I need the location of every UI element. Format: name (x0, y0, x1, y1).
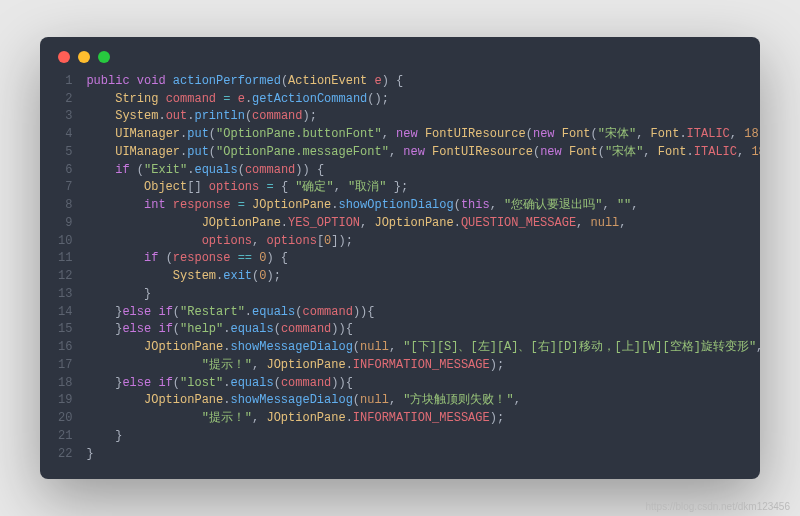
close-icon[interactable] (58, 51, 70, 63)
line-number: 16 (58, 339, 72, 357)
line-number: 9 (58, 215, 72, 233)
code-line: }else if("lost".equals(command)){ (86, 375, 760, 393)
code-line: if (response == 0) { (86, 250, 760, 268)
line-number: 10 (58, 233, 72, 251)
code-line: JOptionPane.showMessageDialog(null, "[下]… (86, 339, 760, 357)
line-number: 19 (58, 392, 72, 410)
code-line: "提示！", JOptionPane.INFORMATION_MESSAGE); (86, 357, 760, 375)
watermark-text: https://blog.csdn.net/dkm123456 (645, 501, 790, 512)
line-number: 1 (58, 73, 72, 91)
code-line: }else if("help".equals(command)){ (86, 321, 760, 339)
code-line: JOptionPane.showMessageDialog(null, "方块触… (86, 392, 760, 410)
line-number: 15 (58, 321, 72, 339)
line-number: 5 (58, 144, 72, 162)
code-line: Object[] options = { "确定", "取消" }; (86, 179, 760, 197)
code-line: }else if("Restart".equals(command)){ (86, 304, 760, 322)
titlebar (58, 51, 742, 63)
code-line: public void actionPerformed(ActionEvent … (86, 73, 760, 91)
line-number: 3 (58, 108, 72, 126)
code-line: options, options[0]); (86, 233, 760, 251)
code-line: JOptionPane.YES_OPTION, JOptionPane.QUES… (86, 215, 760, 233)
line-number: 8 (58, 197, 72, 215)
code-line: int response = JOptionPane.showOptionDia… (86, 197, 760, 215)
code-line: } (86, 428, 760, 446)
line-number: 6 (58, 162, 72, 180)
line-number-gutter: 12345678910111213141516171819202122 (58, 73, 86, 464)
line-number: 11 (58, 250, 72, 268)
line-number: 21 (58, 428, 72, 446)
code-line: System.exit(0); (86, 268, 760, 286)
zoom-icon[interactable] (98, 51, 110, 63)
code-content: public void actionPerformed(ActionEvent … (86, 73, 760, 464)
code-line: } (86, 446, 760, 464)
line-number: 14 (58, 304, 72, 322)
code-line: UIManager.put("OptionPane.messageFont", … (86, 144, 760, 162)
line-number: 20 (58, 410, 72, 428)
line-number: 13 (58, 286, 72, 304)
line-number: 4 (58, 126, 72, 144)
code-line: } (86, 286, 760, 304)
line-number: 22 (58, 446, 72, 464)
line-number: 17 (58, 357, 72, 375)
code-line: if ("Exit".equals(command)) { (86, 162, 760, 180)
code-area: 12345678910111213141516171819202122 publ… (58, 73, 742, 464)
line-number: 2 (58, 91, 72, 109)
code-line: "提示！", JOptionPane.INFORMATION_MESSAGE); (86, 410, 760, 428)
code-line: UIManager.put("OptionPane.buttonFont", n… (86, 126, 760, 144)
line-number: 12 (58, 268, 72, 286)
code-window: 12345678910111213141516171819202122 publ… (40, 37, 760, 480)
code-line: String command = e.getActionCommand(); (86, 91, 760, 109)
code-line: System.out.println(command); (86, 108, 760, 126)
line-number: 18 (58, 375, 72, 393)
line-number: 7 (58, 179, 72, 197)
minimize-icon[interactable] (78, 51, 90, 63)
